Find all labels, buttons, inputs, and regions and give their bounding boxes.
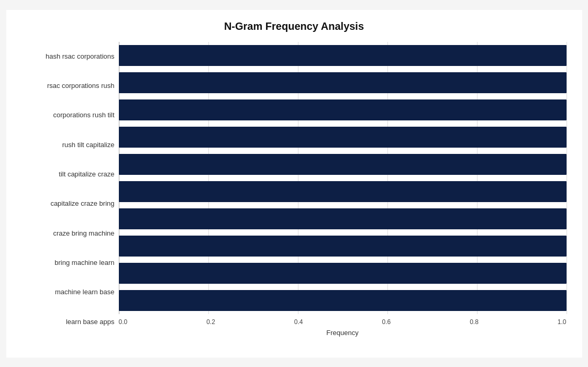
bar-row — [119, 69, 567, 96]
bar-row — [119, 260, 567, 287]
y-label: rush tilt capitalize — [62, 131, 115, 159]
bar — [119, 154, 567, 175]
bars-wrapper — [119, 42, 567, 314]
chart-container: N-Gram Frequency Analysis hash rsac corp… — [6, 10, 582, 358]
x-tick: 0.8 — [470, 318, 479, 326]
bar-row — [119, 178, 567, 205]
y-label: tilt capitalize craze — [59, 161, 114, 188]
bar — [119, 208, 567, 229]
x-tick: 1.0 — [558, 318, 567, 326]
bar-row — [119, 124, 567, 151]
y-label: learn base apps — [66, 308, 115, 335]
bar-row — [119, 205, 567, 232]
bar — [119, 127, 567, 148]
bar-row — [119, 151, 567, 178]
bar — [119, 290, 567, 311]
y-label: corporations rush tilt — [53, 102, 114, 129]
y-label: rsac corporations rush — [47, 72, 115, 99]
grid-line — [567, 42, 567, 314]
chart-area: hash rsac corporationsrsac corporations … — [22, 42, 567, 337]
x-tick: 0.6 — [382, 318, 391, 326]
x-tick: 0.0 — [119, 318, 128, 326]
bar-row — [119, 42, 567, 69]
x-axis-label: Frequency — [119, 329, 567, 337]
bar — [119, 263, 567, 284]
y-axis-labels: hash rsac corporationsrsac corporations … — [22, 42, 119, 337]
chart-title: N-Gram Frequency Analysis — [22, 20, 567, 32]
y-label: bring machine learn — [54, 249, 114, 276]
y-label: machine learn base — [55, 279, 114, 306]
bar — [119, 45, 567, 66]
y-label: hash rsac corporations — [46, 43, 115, 70]
x-axis: 0.00.20.40.60.81.0 — [119, 318, 567, 326]
bar-row — [119, 96, 567, 124]
x-tick: 0.2 — [206, 318, 215, 326]
plot-area: 0.00.20.40.60.81.0 Frequency — [119, 42, 567, 337]
bar — [119, 99, 567, 120]
bar-row — [119, 232, 567, 260]
y-label: capitalize craze bring — [50, 190, 114, 217]
x-tick: 0.4 — [294, 318, 303, 326]
bar — [119, 72, 567, 93]
bar-row — [119, 287, 567, 314]
bar — [119, 236, 567, 257]
bar — [119, 181, 567, 202]
y-label: craze bring machine — [53, 219, 114, 247]
